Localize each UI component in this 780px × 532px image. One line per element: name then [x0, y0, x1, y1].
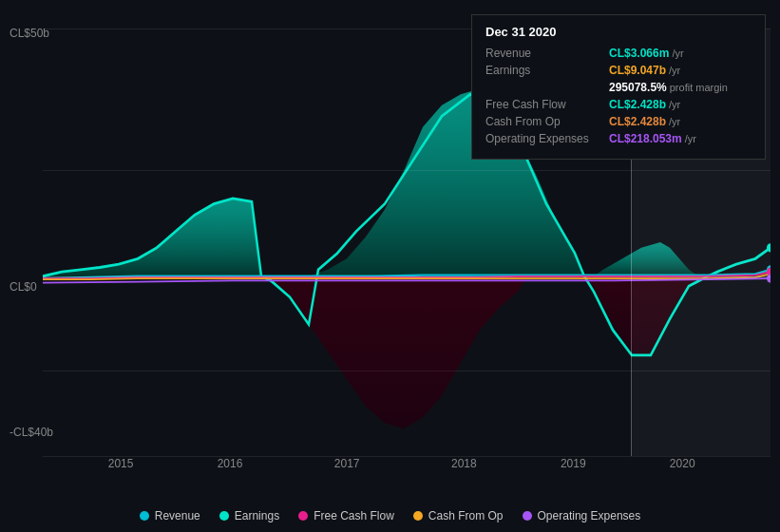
x-label-2018: 2018: [451, 457, 477, 470]
earnings-negative-mid: [261, 276, 527, 428]
tooltip-label-cashop: Cash From Op: [485, 115, 609, 128]
tooltip-value-earnings: CL$9.047b: [609, 64, 666, 77]
legend-label-earnings: Earnings: [235, 509, 279, 522]
tooltip-title: Dec 31 2020: [485, 25, 751, 39]
grid-bottom: [43, 456, 770, 457]
tooltip-label-revenue: Revenue: [485, 47, 609, 60]
legend-label-cashop: Cash From Op: [428, 509, 504, 522]
tooltip-row-opex: Operating Expenses CL$218.053m /yr: [485, 132, 751, 145]
legend-item-cashop[interactable]: Cash From Op: [413, 509, 504, 522]
tooltip-value-opex: CL$218.053m: [609, 132, 682, 145]
legend-dot-earnings: [219, 511, 229, 521]
chart-container: Dec 31 2020 Revenue CL$3.066m /yr Earnin…: [0, 0, 780, 532]
x-label-2015: 2015: [108, 457, 134, 470]
x-label-2017: 2017: [334, 457, 360, 470]
y-label-zero: CL$0: [10, 280, 37, 294]
legend-dot-revenue: [140, 511, 149, 521]
legend-label-revenue: Revenue: [155, 509, 200, 522]
legend-item-fcf[interactable]: Free Cash Flow: [298, 509, 394, 522]
tooltip-value-cashop: CL$2.428b: [609, 115, 666, 128]
legend-label-opex: Operating Expenses: [538, 509, 641, 522]
legend-item-revenue[interactable]: Revenue: [140, 509, 200, 522]
tooltip-box: Dec 31 2020 Revenue CL$3.066m /yr Earnin…: [471, 14, 766, 160]
tooltip-value-fcf: CL$2.428b: [609, 98, 666, 111]
earnings-positive-left: [43, 199, 261, 276]
tooltip-subrow-margin: 295078.5% profit margin: [485, 81, 751, 94]
legend-dot-fcf: [298, 511, 308, 521]
tooltip-profit-margin: 295078.5%: [609, 81, 667, 94]
legend-item-opex[interactable]: Operating Expenses: [523, 509, 641, 522]
tooltip-label-fcf: Free Cash Flow: [485, 98, 609, 111]
x-label-2020: 2020: [670, 457, 695, 470]
tooltip-row-revenue: Revenue CL$3.066m /yr: [485, 47, 751, 60]
x-label-2019: 2019: [561, 457, 586, 470]
tooltip-value-revenue: CL$3.066m: [609, 47, 669, 60]
tooltip-row-earnings: Earnings CL$9.047b /yr: [485, 64, 751, 77]
tooltip-label-earnings: Earnings: [485, 64, 609, 77]
tooltip-row-fcf: Free Cash Flow CL$2.428b /yr: [485, 98, 751, 111]
legend-dot-opex: [523, 511, 532, 521]
x-label-2016: 2016: [218, 457, 243, 470]
tooltip-label-opex: Operating Expenses: [485, 132, 609, 145]
legend-item-earnings[interactable]: Earnings: [219, 509, 279, 522]
tooltip-row-cashop: Cash From Op CL$2.428b /yr: [485, 115, 751, 128]
chart-legend: Revenue Earnings Free Cash Flow Cash Fro…: [0, 509, 780, 522]
legend-dot-cashop: [413, 511, 423, 521]
legend-label-fcf: Free Cash Flow: [314, 509, 394, 522]
